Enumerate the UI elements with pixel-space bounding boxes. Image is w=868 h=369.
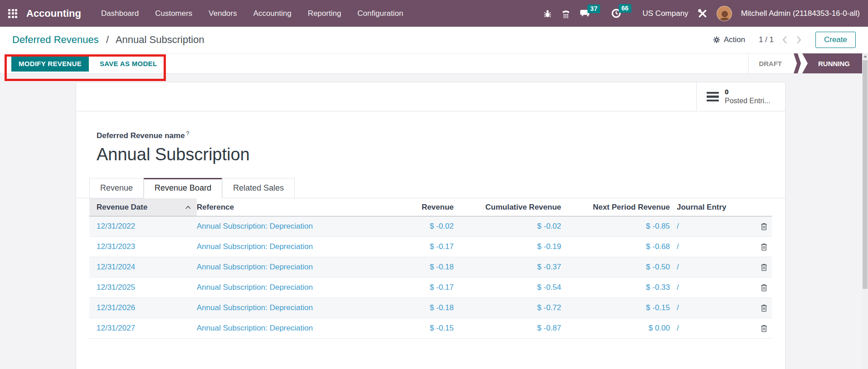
nav-item-configuration[interactable]: Configuration [358,9,403,18]
cell-cumulative-revenue[interactable]: $ -0.54 [458,283,566,292]
cell-cumulative-revenue[interactable]: $ -0.87 [458,324,566,333]
tab-revenue[interactable]: Revenue [89,178,144,198]
delete-icon[interactable] [761,243,767,251]
column-header-next-period-revenue[interactable]: Next Period Revenue [566,198,674,216]
table-row[interactable]: 12/31/2022 Annual Subscription: Deprecia… [89,216,772,237]
delete-icon[interactable] [761,304,767,312]
cell-revenue-date[interactable]: 12/31/2024 [89,263,197,272]
nav-item-customers[interactable]: Customers [155,9,192,18]
cell-journal-entry[interactable]: / [674,303,738,312]
help-icon[interactable]: ? [186,130,189,137]
content-area: 0 Posted Entri... Deferred Revenue name?… [0,74,862,369]
nav-item-accounting[interactable]: Accounting [253,9,291,18]
breadcrumb-parent-link[interactable]: Deferred Revenues [12,34,99,45]
activity-clock-icon[interactable]: 66 [611,9,634,18]
cell-revenue-date[interactable]: 12/31/2027 [89,324,197,333]
apps-grid-icon[interactable] [8,9,17,18]
pager-next-icon[interactable] [796,35,802,44]
nav-item-dashboard[interactable]: Dashboard [101,9,139,18]
table-row[interactable]: 12/31/2023 Annual Subscription: Deprecia… [89,237,772,257]
user-avatar[interactable] [717,6,732,21]
posted-entries-stat-button[interactable]: 0 Posted Entri... [696,82,785,111]
create-button[interactable]: Create [815,32,856,48]
cell-revenue[interactable]: $ -0.17 [351,283,458,292]
table-row[interactable]: 12/31/2025 Annual Subscription: Deprecia… [89,278,772,298]
table-row[interactable]: 12/31/2024 Annual Subscription: Deprecia… [89,257,772,278]
delete-icon[interactable] [761,325,767,332]
cell-revenue[interactable]: $ -0.18 [351,263,458,272]
cell-revenue[interactable]: $ -0.17 [351,242,458,251]
column-header-revenue[interactable]: Revenue [351,198,458,216]
cell-journal-entry[interactable]: / [674,222,738,231]
cell-journal-entry[interactable]: / [674,242,738,251]
pager-previous-icon[interactable] [782,35,788,44]
status-state-running[interactable]: RUNNING [802,53,862,73]
delete-icon[interactable] [761,264,767,271]
cell-reference[interactable]: Annual Subscription: Depreciation [197,324,351,333]
tab-revenue-board[interactable]: Revenue Board [144,178,222,198]
posted-entries-label: Posted Entri... [725,96,771,106]
cell-reference[interactable]: Annual Subscription: Depreciation [197,242,351,251]
cell-journal-entry[interactable]: / [674,283,738,292]
table-row[interactable]: 12/31/2027 Annual Subscription: Deprecia… [89,318,772,339]
table-row[interactable]: 12/31/2026 Annual Subscription: Deprecia… [89,298,772,318]
cell-reference[interactable]: Annual Subscription: Depreciation [197,283,351,292]
scrollbar-thumb[interactable] [863,60,868,289]
cell-cumulative-revenue[interactable]: $ -0.02 [458,222,566,231]
status-state-draft[interactable]: DRAFT [749,53,792,73]
button-box-row: 0 Posted Entri... [76,82,785,111]
cell-revenue[interactable]: $ -0.18 [351,303,458,312]
cell-journal-entry[interactable]: / [674,324,738,333]
user-menu[interactable]: Mitchell Admin (21184353-16-0-all) [741,9,860,18]
sort-asc-icon [185,205,191,210]
nav-systray: 37 66 US Company Mitchell Admin (2118435… [543,6,860,21]
record-title[interactable]: Annual Subscription [97,145,785,164]
column-header-journal-entry[interactable]: Journal Entry [674,198,738,216]
cell-cumulative-revenue[interactable]: $ -0.19 [458,242,566,251]
messages-icon[interactable]: 37 [580,9,602,18]
cell-cumulative-revenue[interactable]: $ -0.37 [458,263,566,272]
phone-icon[interactable] [561,9,571,18]
cell-next-period-revenue[interactable]: $ -0.85 [566,222,674,231]
deferred-revenue-name-label: Deferred Revenue name [97,131,185,140]
cell-reference[interactable]: Annual Subscription: Depreciation [197,303,351,312]
cell-revenue-date[interactable]: 12/31/2025 [89,283,197,292]
column-header-reference[interactable]: Reference [197,198,351,216]
control-panel: Deferred Revenues / Annual Subscription … [0,27,868,53]
cell-next-period-revenue[interactable]: $ -0.50 [566,263,674,272]
cell-revenue-date[interactable]: 12/31/2026 [89,303,197,312]
nav-item-vendors[interactable]: Vendors [209,9,237,18]
save-as-model-button[interactable]: SAVE AS MODEL [97,59,160,68]
table-header-row: Revenue Date Reference Revenue Cumulativ… [89,198,772,216]
cell-next-period-revenue[interactable]: $ -0.33 [566,283,674,292]
company-switcher[interactable]: US Company [643,9,689,18]
cell-journal-entry[interactable]: / [674,263,738,272]
delete-icon[interactable] [761,223,767,230]
tab-related-sales[interactable]: Related Sales [222,178,295,198]
column-header-revenue-date[interactable]: Revenue Date [89,198,197,216]
scrollbar-up-arrow-icon[interactable] [862,53,868,60]
action-menu-button[interactable]: Action [713,35,745,44]
cell-next-period-revenue[interactable]: $ 0.00 [566,324,674,333]
cell-cumulative-revenue[interactable]: $ -0.72 [458,303,566,312]
revenue-board-table: Revenue Date Reference Revenue Cumulativ… [76,198,785,339]
cell-revenue-date[interactable]: 12/31/2022 [89,222,197,231]
cell-revenue-date[interactable]: 12/31/2023 [89,242,197,251]
cell-revenue[interactable]: $ -0.15 [351,324,458,333]
delete-icon[interactable] [761,284,767,292]
cell-reference[interactable]: Annual Subscription: Depreciation [197,222,351,231]
breadcrumb-separator: / [106,34,109,45]
bug-icon[interactable] [543,9,552,18]
journal-entries-icon [707,90,719,104]
vertical-scrollbar[interactable] [862,53,868,369]
nav-item-reporting[interactable]: Reporting [308,9,341,18]
column-header-cumulative-revenue[interactable]: Cumulative Revenue [458,198,566,216]
cell-next-period-revenue[interactable]: $ -0.68 [566,242,674,251]
app-brand[interactable]: Accounting [26,8,81,19]
cell-reference[interactable]: Annual Subscription: Depreciation [197,263,351,272]
modify-revenue-button[interactable]: MODIFY REVENUE [11,56,89,72]
cell-revenue[interactable]: $ -0.02 [351,222,458,231]
cell-next-period-revenue[interactable]: $ -0.15 [566,303,674,312]
notebook-tabs: Revenue Revenue Board Related Sales [76,178,785,198]
tools-icon[interactable] [698,9,708,19]
